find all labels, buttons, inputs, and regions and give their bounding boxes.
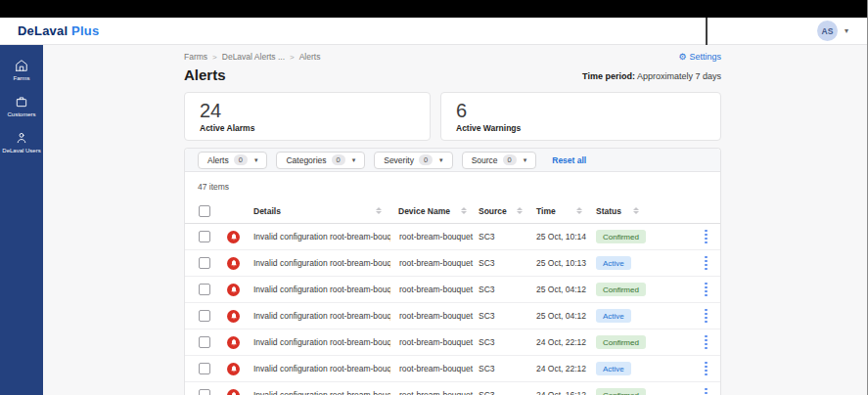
settings-label: Settings [689,52,721,62]
status-badge: Active [596,309,631,323]
chevron-down-icon: ▾ [352,156,356,164]
row-checkbox[interactable] [199,284,210,295]
cell-details: Invalid configuration root-bream-bouquet [246,390,390,395]
page-title: Alerts [184,66,226,83]
filter-dropdown[interactable]: Alerts 0 ▾ [198,152,267,169]
filter-dropdown[interactable]: Severity 0 ▾ [374,152,452,169]
filter-count-badge: 0 [419,154,433,165]
settings-link[interactable]: ⚙ Settings [678,52,721,62]
filter-dropdown[interactable]: Categories 0 ▾ [276,152,365,169]
row-checkbox[interactable] [199,231,210,242]
cell-time: 25 Oct, 04:12 [533,311,593,321]
row-checkbox[interactable] [199,336,210,348]
alarm-icon [227,257,240,270]
alarm-icon [227,310,240,323]
cell-details: Invalid configuration root-bream-bouquet [246,258,390,268]
sort-icon[interactable] [576,207,582,214]
cell-details: Invalid configuration root-bream-bouquet [246,364,390,373]
filter-count-badge: 0 [234,154,248,165]
cell-device-name: root-bream-bouquet [390,390,476,395]
row-checkbox[interactable] [199,389,210,395]
alarm-icon [227,363,240,375]
row-actions-kebab-icon[interactable] [691,360,720,378]
row-actions-kebab-icon[interactable] [691,254,720,273]
time-period-label: Time period: [582,71,635,81]
cell-device-name: root-bream-bouquet [390,337,476,347]
filter-dropdown[interactable]: Source 0 ▾ [462,152,537,169]
cell-device-name: root-bream-bouquet [390,364,476,373]
alarm-icon [227,231,240,243]
breadcrumb-separator: > [212,53,217,62]
column-header-source[interactable]: Source [479,206,507,216]
row-checkbox[interactable] [199,363,210,374]
status-badge: Active [596,362,631,375]
sort-icon[interactable] [376,207,382,214]
row-actions-kebab-icon[interactable] [691,386,720,395]
select-all-checkbox[interactable] [199,205,210,217]
breadcrumb: Farms > DeLaval Alerts ... > Alerts > [184,52,320,62]
filter-label: Alerts [207,155,229,165]
row-checkbox[interactable] [199,310,210,322]
sidebar-item-label: Customers [7,111,35,118]
summary-cards: 24 Active Alarms 6 Active Warnings [184,92,721,141]
time-period: Time period: Approximately 7 days [582,71,721,81]
users-icon [15,131,28,145]
cell-device-name: root-bream-bouquet [390,285,476,294]
cell-details: Invalid configuration root-bream-bouquet [246,311,390,321]
status-badge: Confirmed [596,283,646,296]
alarm-icon [227,284,240,296]
user-menu[interactable]: AS ▾ [817,21,848,41]
sidebar-item-farms[interactable]: Farms [0,53,43,89]
table-row: Invalid configuration root-bream-bouquet… [185,356,720,382]
cell-time: 25 Oct, 04:12 [533,285,593,294]
cell-time: 24 Oct, 22:12 [533,337,593,347]
alarm-icon [227,389,240,395]
sidebar-item-label: DeLaval Users [2,148,40,154]
chevron-down-icon[interactable]: ▾ [845,27,848,35]
sidebar-item-label: Farms [14,75,30,82]
cell-details: Invalid configuration root-bream-bouquet [246,232,390,241]
cell-source: SC3 [476,258,533,268]
row-checkbox[interactable] [199,257,210,269]
cell-time: 24 Oct, 22:12 [533,364,593,373]
gear-icon: ⚙ [678,53,686,62]
chevron-down-icon: ▾ [524,156,527,164]
status-badge: Confirmed [596,335,646,349]
avatar[interactable]: AS [817,21,838,41]
breadcrumb-item[interactable]: Farms [184,52,207,62]
cell-device-name: root-bream-bouquet [390,232,476,241]
breadcrumb-separator: > [290,53,295,62]
row-actions-kebab-icon[interactable] [691,333,720,352]
breadcrumb-item[interactable]: Alerts [299,52,321,62]
row-actions-kebab-icon[interactable] [691,281,720,299]
cell-source: SC3 [476,285,533,294]
cell-device-name: root-bream-bouquet [390,311,476,321]
column-header-status[interactable]: Status [596,206,621,216]
chevron-down-icon: ▾ [439,156,443,164]
reset-all-link[interactable]: Reset all [552,155,586,165]
table-row: Invalid configuration root-bream-bouquet… [185,329,720,356]
row-actions-kebab-icon[interactable] [691,307,720,326]
column-header-device-name[interactable]: Device Name [398,206,450,216]
cell-time: 25 Oct, 10:13 [533,258,593,268]
farm-icon [15,59,28,72]
breadcrumb-item[interactable]: DeLaval Alerts ... [222,52,285,62]
status-badge: Confirmed [596,388,646,395]
chevron-down-icon: ▾ [254,156,258,164]
sidebar-item-delaval-users[interactable]: DeLaval Users [0,125,43,161]
browser-top-bar [0,0,868,18]
table-header: Details Device Name Source Time [185,198,720,224]
sort-icon[interactable] [633,207,639,214]
column-header-time[interactable]: Time [536,206,556,216]
row-actions-kebab-icon[interactable] [691,228,720,246]
filter-count-badge: 0 [332,154,345,165]
cell-device-name: root-bream-bouquet [390,258,476,268]
sort-icon[interactable] [461,207,467,214]
filter-count-badge: 0 [503,154,517,165]
column-header-details[interactable]: Details [253,206,281,216]
summary-card-label: Active Alarms [200,123,415,133]
status-badge: Active [596,256,631,270]
sidebar-item-customers[interactable]: Customers [0,89,43,125]
sort-icon[interactable] [517,207,523,214]
app-logo[interactable]: DeLaval Plus [18,23,99,38]
